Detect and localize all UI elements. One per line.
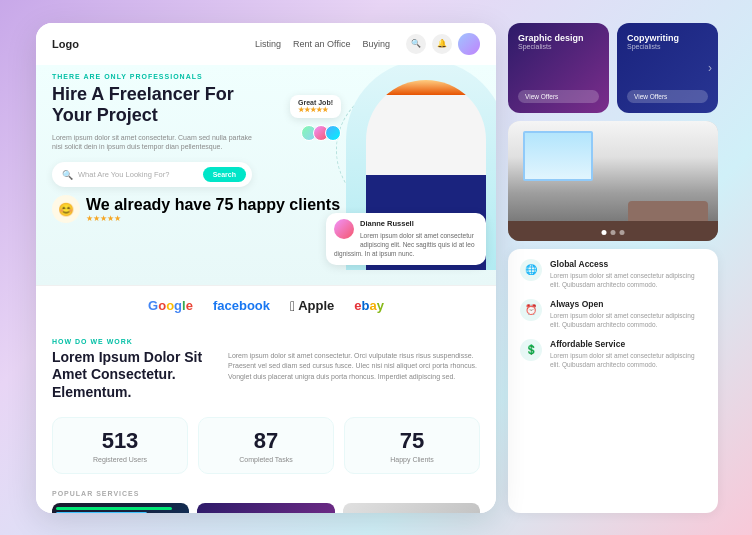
happy-clients-text: We already have 75 happy clients ★★★★★: [86, 196, 340, 223]
copy-view-offers[interactable]: View Offers: [627, 90, 708, 103]
dot-2: [611, 230, 616, 235]
review-bubble: Dianne Russell Lorem ipsum dolor sit ame…: [326, 213, 486, 265]
reviewer-avatar: [334, 219, 354, 239]
stat-label-1: Registered Users: [63, 456, 177, 463]
brand-facebook: facebook: [213, 298, 270, 313]
feature-open-title: Always Open: [550, 299, 706, 309]
nav-icons: 🔍 🔔: [406, 33, 480, 55]
features-panel: 🌐 Global Access Lorem ipsum dolor sit am…: [508, 249, 718, 513]
nav-listing[interactable]: Listing: [255, 39, 281, 49]
dot-1: [602, 230, 607, 235]
feature-affordable-title: Affordable Service: [550, 339, 706, 349]
page-wrapper: Logo Listing Rent an Office Buying 🔍 🔔 T…: [36, 23, 716, 513]
feature-global-title: Global Access: [550, 259, 706, 269]
how-content: Lorem Ipsum Dolor Sit Amet Consectetur. …: [52, 349, 480, 402]
stat-tasks: 87 Completed Tasks: [198, 417, 334, 474]
nav-links: Listing Rent an Office Buying: [255, 39, 390, 49]
star-rating: ★★★★★: [86, 214, 340, 223]
image-dots: [602, 230, 625, 235]
brand-ebay: ebay: [354, 298, 384, 313]
hero-description: Lorem ipsum dolor sit amet consectetur. …: [52, 133, 252, 153]
global-icon: 🌐: [520, 259, 542, 281]
copywriting-title: Copywriting: [627, 33, 708, 43]
great-job-stars: ★★★★★: [298, 106, 328, 113]
hero-section: THERE ARE ONLY PROFESSIONALS Hire A Free…: [36, 65, 496, 285]
how-desc: Lorem ipsum dolor sit amet consectetur. …: [228, 349, 480, 383]
popular-services: POPULAR SERVICES 📊: [36, 482, 496, 513]
service-coding[interactable]: [52, 503, 189, 513]
graphic-design-title: Graphic design: [518, 33, 599, 43]
how-title: Lorem Ipsum Dolor Sit Amet Consectetur. …: [52, 349, 212, 402]
brand-apple:  Apple: [290, 298, 334, 314]
search-bar[interactable]: 🔍 What Are You Looking For? Search: [52, 162, 252, 187]
navbar: Logo Listing Rent an Office Buying 🔍 🔔: [36, 23, 496, 65]
services-grid: 📊 ⌨️: [52, 503, 480, 513]
graphic-design-card[interactable]: Graphic design Specialists View Offers: [508, 23, 609, 113]
brand-google: Google: [148, 298, 193, 313]
how-badge: HOW DO WE WORK: [52, 338, 480, 345]
top-service-cards: Graphic design Specialists View Offers C…: [508, 23, 718, 113]
feature-global-text: Global Access Lorem ipsum dolor sit amet…: [550, 259, 706, 289]
feature-affordable-text: Affordable Service Lorem ipsum dolor sit…: [550, 339, 706, 369]
search-icon-sm: 🔍: [62, 170, 73, 180]
popular-badge: POPULAR SERVICES: [52, 490, 480, 497]
graphic-view-offers[interactable]: View Offers: [518, 90, 599, 103]
bell-icon[interactable]: 🔔: [432, 34, 452, 54]
chevron-right-icon: ›: [708, 61, 712, 75]
hero-title: Hire A Freelancer For Your Project: [52, 84, 252, 127]
avatar-3: [325, 125, 341, 141]
stat-registered: 513 Registered Users: [52, 417, 188, 474]
smiley-icon: 😊: [52, 195, 80, 223]
copywriting-sub: Specialists: [627, 43, 708, 50]
feature-affordable-desc: Lorem ipsum dolor sit amet consectetur a…: [550, 351, 706, 369]
feature-global-desc: Lorem ipsum dolor sit amet consectetur a…: [550, 271, 706, 289]
feature-affordable: 💲 Affordable Service Lorem ipsum dolor s…: [520, 339, 706, 369]
brands-section: Google facebook  Apple ebay: [36, 285, 496, 326]
room-image: [508, 121, 718, 241]
room-window: [523, 131, 593, 181]
how-section: HOW DO WE WORK Lorem Ipsum Dolor Sit Ame…: [36, 326, 496, 410]
service-data-viz[interactable]: 📊: [197, 503, 334, 513]
logo: Logo: [52, 38, 79, 50]
stat-number-3: 75: [355, 428, 469, 454]
stat-clients: 75 Happy Clients: [344, 417, 480, 474]
search-icon[interactable]: 🔍: [406, 34, 426, 54]
search-button[interactable]: Search: [203, 167, 246, 182]
feature-open: ⏰ Always Open Lorem ipsum dolor sit amet…: [520, 299, 706, 329]
graphic-design-sub: Specialists: [518, 43, 599, 50]
reviewer-name: Dianne Russell: [334, 219, 478, 230]
stat-number-1: 513: [63, 428, 177, 454]
feature-global: 🌐 Global Access Lorem ipsum dolor sit am…: [520, 259, 706, 289]
stat-number-2: 87: [209, 428, 323, 454]
room-interior: [508, 121, 718, 241]
reviewer-text: Lorem ipsum dolor sit amet consectetur a…: [334, 232, 475, 257]
main-card: Logo Listing Rent an Office Buying 🔍 🔔 T…: [36, 23, 496, 513]
nav-rent[interactable]: Rent an Office: [293, 39, 350, 49]
avatar[interactable]: [458, 33, 480, 55]
stat-label-3: Happy Clients: [355, 456, 469, 463]
stats-section: 513 Registered Users 87 Completed Tasks …: [36, 409, 496, 482]
great-job-badge: Great Job! ★★★★★: [290, 95, 341, 118]
dollar-icon: 💲: [520, 339, 542, 361]
service-typing[interactable]: ⌨️: [343, 503, 480, 513]
dot-3: [620, 230, 625, 235]
right-panel: Graphic design Specialists View Offers C…: [508, 23, 718, 513]
copywriting-card[interactable]: Copywriting Specialists View Offers ›: [617, 23, 718, 113]
clock-icon: ⏰: [520, 299, 542, 321]
feature-open-text: Always Open Lorem ipsum dolor sit amet c…: [550, 299, 706, 329]
feature-open-desc: Lorem ipsum dolor sit amet consectetur a…: [550, 311, 706, 329]
avatar-group: [301, 125, 341, 141]
stat-label-2: Completed Tasks: [209, 456, 323, 463]
search-placeholder: What Are You Looking For?: [78, 170, 203, 179]
nav-buying[interactable]: Buying: [362, 39, 390, 49]
